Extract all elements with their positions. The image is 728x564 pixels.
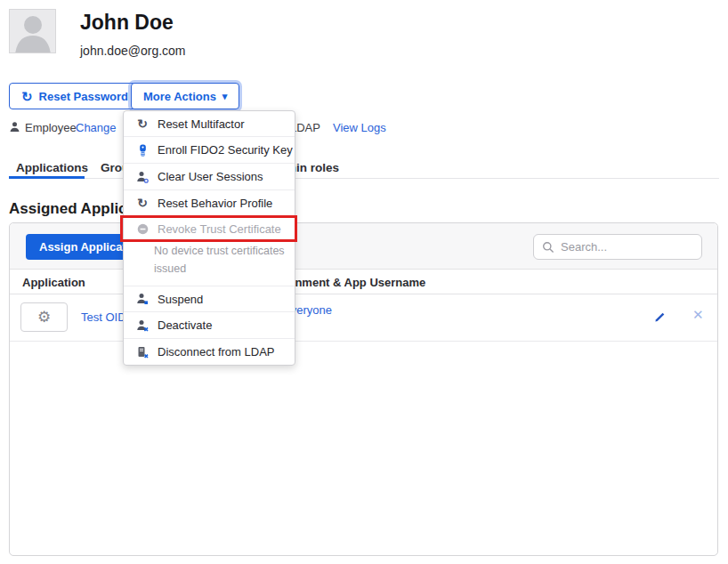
user-suspend-icon	[135, 293, 150, 305]
refresh-icon: ↻	[135, 197, 150, 209]
user-sessions-icon	[135, 171, 150, 183]
change-user-type-link[interactable]: Change	[76, 121, 117, 134]
menu-item-clear-sessions[interactable]: Clear User Sessions	[124, 164, 295, 190]
user-status-row: Employee Change LDAP View Logs	[0, 119, 728, 137]
avatar	[9, 9, 56, 53]
assigned-applications-card: Assign Application Application Assignmen…	[9, 222, 718, 556]
menu-item-enroll-fido2[interactable]: Enroll FIDO2 Security Key	[124, 137, 295, 164]
menu-item-deactivate[interactable]: Deactivate	[124, 312, 295, 339]
menu-item-disconnect-ldap[interactable]: Disconnect from LDAP	[124, 339, 295, 365]
menu-item-reset-multifactor[interactable]: ↻ Reset Multifactor	[124, 111, 295, 137]
refresh-icon: ↻	[135, 117, 150, 130]
table-header-row: Application Assignment & App Username	[10, 270, 717, 294]
remove-icon[interactable]: ✕	[692, 307, 704, 323]
menu-item-suspend[interactable]: Suspend	[124, 286, 295, 312]
user-type-label: Employee	[25, 121, 77, 134]
person-icon	[9, 121, 20, 135]
app-logo[interactable]: ⚙	[20, 302, 68, 332]
edit-icon[interactable]	[654, 310, 666, 326]
search-input[interactable]	[561, 240, 685, 254]
menu-item-subtext: No device trust certificates issued	[124, 241, 296, 286]
active-tab-underline	[9, 176, 85, 179]
menu-item-revoke-trust-certificate[interactable]: Revoke Trust Certificate	[124, 216, 295, 241]
security-key-icon	[135, 144, 150, 157]
reset-password-button[interactable]: ↻ Reset Password	[9, 83, 141, 109]
reset-password-label: Reset Password	[39, 90, 128, 103]
gear-icon: ⚙	[37, 310, 51, 325]
minus-circle-icon	[135, 222, 150, 235]
person-silhouette-icon	[10, 10, 56, 53]
user-detail-page: John Doe john.doe@org.com ↻ Reset Passwo…	[0, 0, 728, 564]
table-row: ⚙ Test OIDC Everyone ✕	[10, 294, 717, 342]
user-disconnect-icon	[135, 346, 150, 359]
search-box[interactable]	[533, 234, 702, 260]
chevron-down-icon: ▾	[222, 91, 228, 102]
tabs-divider	[9, 178, 719, 179]
more-actions-label: More Actions	[143, 90, 216, 103]
menu-group-revoke-trust: Revoke Trust Certificate No device trust…	[124, 216, 295, 286]
view-logs-link[interactable]: View Logs	[333, 121, 386, 134]
column-header-application: Application	[22, 276, 85, 289]
search-icon	[542, 241, 554, 254]
menu-item-reset-behavior[interactable]: ↻ Reset Behavior Profile	[124, 190, 295, 216]
refresh-icon: ↻	[21, 90, 33, 103]
tab-applications[interactable]: Applications	[16, 161, 88, 174]
user-email: john.doe@org.com	[80, 44, 186, 58]
page-title: John Doe	[80, 11, 174, 35]
table-toolbar: Assign Application	[10, 223, 717, 270]
more-actions-button[interactable]: More Actions ▾	[131, 83, 239, 109]
user-deactivate-icon	[135, 319, 150, 332]
more-actions-menu: ↻ Reset Multifactor Enroll FIDO2 Securit…	[123, 110, 295, 366]
